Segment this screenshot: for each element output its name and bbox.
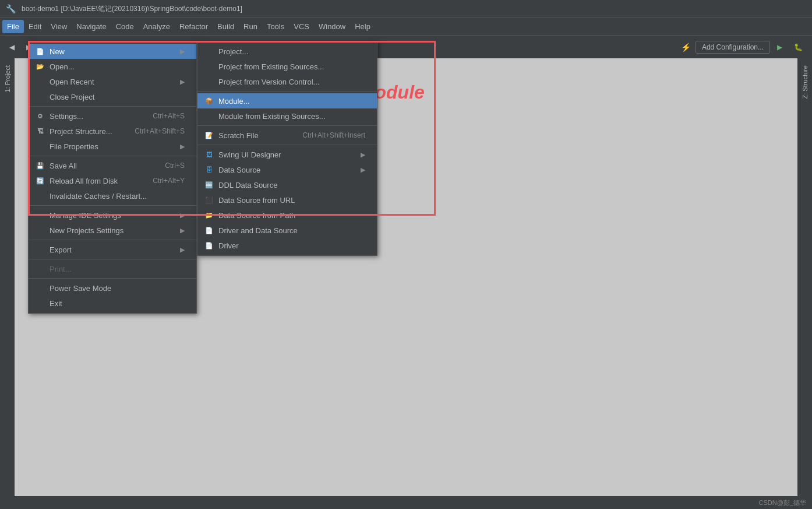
submenu-sep-3: [197, 145, 377, 145]
submenu-sep-1: [197, 91, 377, 92]
menu-build[interactable]: Build: [213, 20, 239, 33]
scratch-icon: 📝: [204, 131, 214, 140]
menu-item-new-projects-label: New Projects Settings: [50, 226, 123, 235]
invalidate-icon: [36, 191, 45, 201]
left-sidebar: 1: Project: [0, 58, 15, 509]
titlebar: 🔧 boot-demo1 [D:\JavaEE\笔记(20210316)\Spr…: [0, 0, 812, 17]
submenu-item-project-existing[interactable]: Project from Existing Sources...: [197, 59, 377, 74]
menubar: File Edit View Navigate Code Analyze Ref…: [0, 17, 812, 35]
submenu-item-scratch[interactable]: 📝 Scratch File Ctrl+Alt+Shift+Insert: [197, 128, 377, 143]
file-properties-icon: [36, 142, 45, 151]
menu-help[interactable]: Help: [350, 20, 375, 33]
project-existing-icon: [204, 62, 214, 71]
submenu-item-ddl-label: DDL Data Source: [218, 181, 277, 189]
submenu-item-ds-url[interactable]: ⬛ Data Source from URL: [197, 192, 377, 208]
lightning-icon: ⚡: [681, 43, 691, 52]
ds-path-icon: 📁: [204, 210, 214, 220]
menu-vcs[interactable]: VCS: [289, 20, 314, 33]
submenu-item-project[interactable]: Project...: [197, 44, 377, 59]
menu-item-open[interactable]: 📂 Open...: [29, 59, 196, 74]
save-all-shortcut: Ctrl+S: [165, 162, 185, 170]
add-config-label: Add Configuration...: [702, 43, 764, 51]
menu-code[interactable]: Code: [111, 20, 139, 33]
run-button[interactable]: ▶: [772, 41, 787, 54]
menu-window[interactable]: Window: [314, 20, 350, 33]
menu-item-export[interactable]: Export ▶: [29, 242, 196, 257]
menu-item-open-recent[interactable]: Open Recent ▶: [29, 74, 196, 89]
submenu-item-datasource[interactable]: 🗄 Data Source ▶: [197, 162, 377, 177]
project-icon: [204, 47, 214, 56]
menu-view[interactable]: View: [46, 20, 72, 33]
submenu-item-ds-path[interactable]: 📁 Data Source from Path: [197, 208, 377, 223]
submenu-item-module-label: Module...: [218, 97, 249, 106]
bottom-bar: CSDN@彭_德华: [0, 496, 812, 509]
menu-file[interactable]: File: [2, 20, 24, 33]
submenu-item-driver[interactable]: 📄 Driver: [197, 238, 377, 253]
exit-icon: [36, 299, 45, 308]
submenu-item-project-existing-label: Project from Existing Sources...: [218, 62, 324, 71]
menu-item-manage-ide[interactable]: Manage IDE Settings ▶: [29, 208, 196, 223]
menu-run[interactable]: Run: [239, 20, 262, 33]
menu-item-invalidate[interactable]: Invalidate Caches / Restart...: [29, 188, 196, 203]
reload-icon: 🔄: [36, 176, 45, 185]
toolbar-back[interactable]: ◀: [5, 41, 19, 54]
submenu-item-datasource-label: Data Source: [218, 166, 260, 174]
menu-item-new-projects[interactable]: New Projects Settings ▶: [29, 223, 196, 238]
menu-item-close-project[interactable]: Close Project: [29, 89, 196, 104]
menu-item-print: Print...: [29, 261, 196, 276]
reload-shortcut: Ctrl+Alt+Y: [153, 177, 185, 185]
submenu-item-scratch-label: Scratch File: [218, 131, 259, 140]
menu-navigate[interactable]: Navigate: [72, 20, 111, 33]
submenu-item-module-existing[interactable]: Module from Existing Sources...: [197, 108, 377, 124]
separator-1: [29, 106, 196, 107]
separator-3: [29, 205, 196, 206]
module-icon: 📦: [204, 96, 214, 106]
separator-4: [29, 240, 196, 240]
menu-analyze[interactable]: Analyze: [139, 20, 175, 33]
menu-item-power-save-label: Power Save Mode: [50, 284, 111, 293]
menu-item-reload[interactable]: 🔄 Reload All from Disk Ctrl+Alt+Y: [29, 173, 196, 188]
menu-item-new-label: New: [50, 47, 65, 56]
add-configuration-button[interactable]: Add Configuration...: [696, 41, 770, 54]
menu-item-exit-label: Exit: [50, 299, 62, 308]
menu-item-exit[interactable]: Exit: [29, 296, 196, 311]
file-properties-arrow: ▶: [180, 143, 185, 150]
open-icon: 📂: [36, 62, 45, 71]
menu-tools[interactable]: Tools: [262, 20, 289, 33]
submenu-item-project-vcs[interactable]: Project from Version Control...: [197, 74, 377, 89]
driver-icon: 📄: [204, 241, 214, 250]
sidebar-tab-structure[interactable]: Z: Structure: [799, 61, 811, 103]
driver-ds-icon: 📄: [204, 226, 214, 235]
submenu-item-module-existing-label: Module from Existing Sources...: [218, 112, 326, 121]
submenu-sep-2: [197, 125, 377, 126]
menu-item-new[interactable]: 📄 New ▶: [29, 44, 196, 59]
submenu-item-module[interactable]: 📦 Module...: [197, 93, 377, 108]
power-save-icon: [36, 283, 45, 293]
menu-item-save-all[interactable]: 💾 Save All Ctrl+S: [29, 158, 196, 173]
submenu-item-driver-ds[interactable]: 📄 Driver and Data Source: [197, 223, 377, 238]
menu-item-project-structure[interactable]: 🏗 Project Structure... Ctrl+Alt+Shift+S: [29, 124, 196, 139]
menu-item-file-properties-label: File Properties: [50, 142, 98, 151]
titlebar-title: boot-demo1 [D:\JavaEE\笔记(20210316)\Sprin…: [22, 4, 242, 14]
submenu-item-ddl[interactable]: 🔤 DDL Data Source: [197, 177, 377, 192]
menu-item-power-save[interactable]: Power Save Mode: [29, 280, 196, 296]
module-existing-icon: [204, 111, 214, 121]
menu-item-print-label: Print...: [50, 265, 72, 273]
submenu-item-swing[interactable]: 🖼 Swing UI Designer ▶: [197, 147, 377, 162]
submenu-item-ds-path-label: Data Source from Path: [218, 211, 295, 220]
app-icon: 🔧: [6, 4, 16, 13]
manage-ide-arrow: ▶: [180, 212, 185, 219]
main-layout: 1: Project 1.File -> New -> Module Searc…: [0, 58, 812, 509]
menu-edit[interactable]: Edit: [24, 20, 46, 33]
debug-button[interactable]: 🐛: [789, 41, 807, 54]
menu-item-file-properties[interactable]: File Properties ▶: [29, 139, 196, 154]
sidebar-tab-project[interactable]: 1: Project: [2, 61, 13, 97]
ddl-icon: 🔤: [204, 180, 214, 189]
new-projects-arrow: ▶: [180, 227, 185, 234]
menu-item-reload-label: Reload All from Disk: [50, 177, 118, 185]
project-structure-shortcut: Ctrl+Alt+Shift+S: [135, 127, 185, 135]
submenu-item-project-vcs-label: Project from Version Control...: [218, 78, 319, 86]
scratch-shortcut: Ctrl+Alt+Shift+Insert: [302, 131, 365, 139]
menu-item-settings[interactable]: ⚙ Settings... Ctrl+Alt+S: [29, 108, 196, 124]
menu-refactor[interactable]: Refactor: [175, 20, 213, 33]
